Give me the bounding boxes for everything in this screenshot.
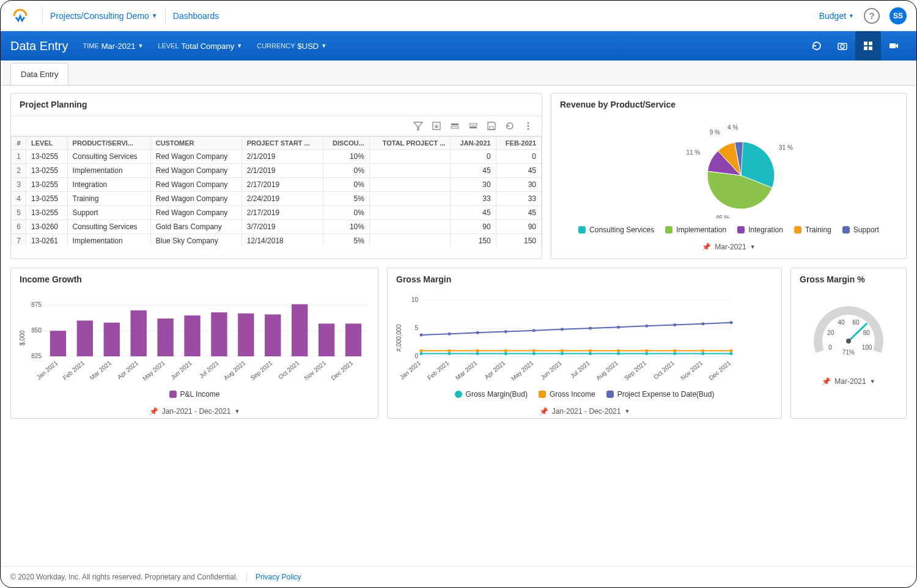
svg-text:Mar 2021: Mar 2021 xyxy=(89,359,113,381)
tab-data-entry[interactable]: Data Entry xyxy=(10,63,68,85)
column-header[interactable]: TOTAL PROJECT ... xyxy=(369,137,450,150)
help-icon[interactable]: ? xyxy=(864,8,880,24)
insert-row-icon[interactable] xyxy=(449,120,461,132)
svg-point-59 xyxy=(420,352,423,355)
svg-point-72 xyxy=(448,349,451,352)
budget-dropdown[interactable]: Budget ▼ xyxy=(819,11,854,21)
svg-rect-34 xyxy=(131,311,147,356)
grid-icon[interactable] xyxy=(855,31,881,61)
svg-rect-36 xyxy=(157,318,173,356)
chevron-down-icon: ▼ xyxy=(321,43,326,49)
svg-point-114 xyxy=(846,339,851,344)
svg-text:4 %: 4 % xyxy=(727,124,738,131)
svg-text:$,000: $,000 xyxy=(19,330,26,345)
svg-point-84 xyxy=(448,333,451,336)
svg-text:Oct 2021: Oct 2021 xyxy=(277,359,300,381)
column-header[interactable]: PROJECT START ... xyxy=(241,137,323,150)
chevron-down-icon: ▼ xyxy=(234,408,240,414)
svg-point-73 xyxy=(476,349,479,352)
table-row[interactable]: 313-0255IntegrationRed Wagon Company2/17… xyxy=(12,178,542,192)
filter-icon[interactable] xyxy=(412,120,424,132)
refresh-icon[interactable] xyxy=(804,31,830,61)
svg-text:100: 100 xyxy=(862,344,872,351)
table-row[interactable]: 713-0261ImplementationBlue Sky Company12… xyxy=(12,234,542,246)
svg-text:Dec 2021: Dec 2021 xyxy=(707,359,732,381)
income-pin[interactable]: 📌 Jan-2021 - Dec-2021 ▼ xyxy=(11,403,378,418)
svg-rect-2 xyxy=(864,42,867,45)
svg-point-60 xyxy=(448,352,451,355)
gmp-gauge: 02040608010071% xyxy=(800,295,897,369)
svg-point-66 xyxy=(617,352,620,355)
breadcrumb-project[interactable]: Projects/Consulting Demo ▼ xyxy=(50,11,158,21)
svg-point-69 xyxy=(701,352,704,355)
column-header[interactable]: FEB-2021 xyxy=(496,137,541,150)
svg-text:May 2021: May 2021 xyxy=(510,359,535,381)
svg-point-61 xyxy=(476,352,479,355)
gm-pin[interactable]: 📌 Jan-2021 - Dec-2021 ▼ xyxy=(388,403,781,418)
table-row[interactable]: 513-0255SupportRed Wagon Company2/17/201… xyxy=(12,206,542,220)
svg-text:Aug 2021: Aug 2021 xyxy=(223,359,247,381)
currency-filter[interactable]: CURRENCY $USD ▼ xyxy=(257,42,326,51)
svg-text:Jun 2021: Jun 2021 xyxy=(539,359,563,381)
svg-point-77 xyxy=(589,349,592,352)
export-icon[interactable] xyxy=(430,120,443,132)
svg-point-13 xyxy=(528,122,529,124)
svg-point-90 xyxy=(617,326,620,329)
svg-rect-40 xyxy=(211,312,227,356)
gmp-pin[interactable]: 📌 Mar-2021 ▼ xyxy=(791,373,906,388)
svg-point-65 xyxy=(589,352,592,355)
svg-rect-46 xyxy=(292,304,308,356)
svg-text:Aug 2021: Aug 2021 xyxy=(595,359,619,381)
svg-text:11 %: 11 % xyxy=(686,149,700,156)
revenue-pin[interactable]: 📌 Mar-2021 ▼ xyxy=(551,239,906,254)
user-avatar[interactable]: SS xyxy=(889,7,907,24)
camera-icon[interactable] xyxy=(830,31,855,61)
svg-point-75 xyxy=(532,349,536,352)
gross-margin-pct-card: Gross Margin % 02040608010071% 📌 Mar-202… xyxy=(790,268,907,419)
privacy-policy-link[interactable]: Privacy Policy xyxy=(256,573,301,581)
svg-text:825: 825 xyxy=(31,353,42,359)
svg-rect-11 xyxy=(470,127,477,128)
budget-label: Budget xyxy=(819,11,846,21)
svg-text:0: 0 xyxy=(828,344,832,351)
svg-text:Feb 2021: Feb 2021 xyxy=(426,359,451,381)
more-icon[interactable] xyxy=(522,120,534,132)
svg-point-62 xyxy=(504,352,507,355)
column-header[interactable]: JAN-2021 xyxy=(451,137,496,150)
column-header[interactable]: PRODUCT/SERVI... xyxy=(67,137,150,150)
table-row[interactable]: 213-0255ImplementationRed Wagon Company2… xyxy=(12,164,542,178)
breadcrumb-dashboards[interactable]: Dashboards xyxy=(173,11,219,21)
column-header[interactable]: # xyxy=(12,137,26,150)
svg-text:9 %: 9 % xyxy=(710,129,720,136)
save-icon[interactable] xyxy=(485,120,498,132)
svg-text:Sep 2021: Sep 2021 xyxy=(249,359,274,381)
svg-text:Mar 2021: Mar 2021 xyxy=(454,359,479,381)
time-filter[interactable]: TIME Mar-2021 ▼ xyxy=(83,42,143,51)
svg-text:5: 5 xyxy=(414,325,418,331)
project-planning-table[interactable]: #LEVELPRODUCT/SERVI...CUSTOMERPROJECT ST… xyxy=(11,136,542,246)
svg-point-15 xyxy=(528,128,529,130)
svg-point-81 xyxy=(701,349,704,352)
svg-text:0: 0 xyxy=(414,353,418,359)
refresh-table-icon[interactable] xyxy=(504,120,516,132)
table-row[interactable]: 613-0260Consulting ServicesGold Bars Com… xyxy=(12,220,542,234)
level-filter[interactable]: LEVEL Total Company ▼ xyxy=(158,42,242,51)
svg-text:875: 875 xyxy=(31,301,42,308)
column-header[interactable]: CUSTOMER xyxy=(150,137,241,150)
svg-rect-12 xyxy=(490,127,493,130)
table-row[interactable]: 113-0255Consulting ServicesRed Wagon Com… xyxy=(12,150,542,164)
svg-text:Oct 2021: Oct 2021 xyxy=(652,359,676,381)
svg-point-82 xyxy=(730,349,733,352)
svg-point-70 xyxy=(730,352,733,355)
column-header[interactable]: DISCOU... xyxy=(323,137,369,150)
income-growth-title: Income Growth xyxy=(11,268,378,290)
svg-point-63 xyxy=(532,352,536,355)
column-header[interactable]: LEVEL xyxy=(26,137,68,150)
workday-logo[interactable] xyxy=(10,6,30,26)
table-row[interactable]: 413-0255TrainingRed Wagon Company2/24/20… xyxy=(12,192,542,206)
income-growth-card: Income Growth 825850875$,000Jan 2021Feb … xyxy=(10,268,378,419)
svg-point-78 xyxy=(617,349,620,352)
video-icon[interactable] xyxy=(881,31,907,61)
gm-line-chart: 0510#,000,000Jan 2021Feb 2021Mar 2021Apr… xyxy=(394,295,736,381)
delete-row-icon[interactable] xyxy=(467,120,479,132)
